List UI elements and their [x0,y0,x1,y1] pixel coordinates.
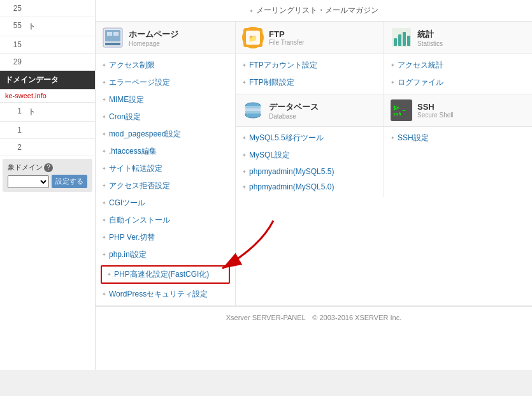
ftp-item-restrict[interactable]: ✦FTP制限設定 [236,74,384,91]
homepage-item-cgi[interactable]: ✦CGIツール [96,194,235,212]
footer-text: Xserver SERVER-PANEL © 2003-2016 XSERVER… [226,314,401,321]
db-item-settings[interactable]: ✦MySQL設定 [236,147,384,164]
bullet: ✦ [242,152,247,158]
sidebar-num-2: 55 [0,17,25,36]
bullet: ✦ [391,135,395,141]
bullet: ✦ [242,169,247,175]
sidebar-row-5: 1 ト [0,103,95,122]
ssh-subtitle: Secure Shell [417,112,454,119]
sidebar-label-5: ト [25,103,95,121]
addon-domain-text: 象ドメイン [8,163,43,172]
homepage-item-phpini[interactable]: ✦php.ini設定 [96,246,235,263]
homepage-category: ホームページ Homepage ✦アクセス制限 ✦エラーページ設定 ✦MIME設… [96,22,236,305]
add-domain-label: 象ドメイン ? [8,163,87,172]
homepage-item-cron[interactable]: ✦Cron設定 [96,108,235,126]
homepage-title: ホームページ [129,29,178,40]
database-items: ✦MySQL5.5移行ツール ✦MySQL設定 ✦phpmyadmin(MySQ… [236,127,384,197]
ftp-subtitle: File Transfer [269,39,305,46]
svg-rect-2 [105,43,120,45]
bullet: ✦ [102,149,106,154]
svg-rect-13 [407,36,410,46]
ssh-category: $> _ ssh SSH Secure Shell ✦SSH設定 [384,94,532,197]
ssh-title-group: SSH Secure Shell [417,102,454,119]
ftp-icon: 📁 [242,27,264,48]
homepage-subtitle: Homepage [129,40,178,47]
homepage-header: ホームページ Homepage [96,22,235,54]
homepage-item-phpver[interactable]: ✦PHP Ver.切替 [96,229,235,246]
domain-select[interactable] [8,175,49,188]
bullet: ✦ [102,97,106,103]
ssh-title: SSH [417,102,454,112]
homepage-item-htaccess[interactable]: ✦.htaccess編集 [96,143,235,160]
homepage-items: ✦アクセス制限 ✦エラーページ設定 ✦MIME設定 ✦Cron設定 ✦mod_p… [96,54,235,305]
stats-items: ✦アクセス統計 ✦ログファイル [384,54,532,94]
sidebar-num-6: 1 [0,122,25,138]
sidebar-row-3: 15 [0,36,95,54]
bullet: ✦ [107,272,111,277]
sidebar-row-1: 25 [0,0,95,17]
ftp-title-group: FTP File Transfer [269,29,305,46]
stats-category: 統計 Statistics ✦アクセス統計 ✦ログファイル [384,22,532,94]
top-bullet: ✦ [249,8,254,14]
ftp-title: FTP [269,29,305,39]
svg-rect-11 [398,34,401,46]
set-domain-button[interactable]: 設定する [52,175,87,188]
svg-text:$> _: $> _ [393,105,405,111]
bullet: ✦ [102,291,106,297]
sidebar-row-2: 55 ト [0,17,95,36]
ftp-items: ✦FTPアカウント設定 ✦FTP制限設定 [236,54,384,94]
footer: Xserver SERVER-PANEL © 2003-2016 XSERVER… [96,306,532,329]
homepage-item-fastcgi[interactable]: ✦ PHP高速化設定(FastCGI化) [101,265,230,284]
sidebar-num-4: 29 [0,54,25,70]
svg-rect-4 [113,32,119,36]
database-icon [242,99,264,121]
stats-title-group: 統計 Statistics [417,29,443,47]
db-item-migrate[interactable]: ✦MySQL5.5移行ツール [236,129,384,147]
bullet: ✦ [102,235,106,240]
svg-text:ssh: ssh [393,112,401,117]
top-message-row: ✦ メーリングリスト・メールマガジン [96,0,532,22]
stats-item-access[interactable]: ✦アクセス統計 [384,57,532,74]
ftp-header: 📁 FTP File Transfer [236,22,384,54]
ssh-icon: $> _ ssh [391,99,412,121]
homepage-item-pagespeed[interactable]: ✦mod_pagespeed設定 [96,126,235,143]
ssh-item-settings[interactable]: ✦SSH設定 [384,129,532,147]
bullet: ✦ [391,80,395,85]
database-subtitle: Database [269,113,319,120]
highlighted-area: ✦ PHP高速化設定(FastCGI化) [96,265,235,284]
stats-icon [391,27,412,48]
sidebar: 25 55 ト 15 29 ドメインデータ ke-sweet.info 1 ト … [0,0,96,370]
homepage-item-wordpress[interactable]: ✦WordPressセキュリティ設定 [96,286,235,303]
homepage-item-access[interactable]: ✦アクセス制限 [96,57,235,74]
database-header: データベース Database [236,94,384,127]
sidebar-row-7: 2 [0,139,95,156]
bullet: ✦ [102,80,106,85]
svg-text:📁: 📁 [248,34,257,43]
svg-rect-18 [245,111,261,114]
svg-rect-17 [245,108,261,111]
homepage-item-deny[interactable]: ✦アクセス拒否設定 [96,177,235,194]
homepage-item-redirect[interactable]: ✦サイト転送設定 [96,160,235,177]
db-item-phpmyadmin55[interactable]: ✦phpmyadmin(MySQL5.5) [236,164,384,179]
stats-item-log[interactable]: ✦ログファイル [384,74,532,91]
right-columns: 📁 FTP File Transfer ✦FTPアカウント設定 ✦FTP制限設定 [236,22,532,305]
svg-rect-12 [403,32,406,46]
ftp-item-account[interactable]: ✦FTPアカウント設定 [236,57,384,74]
homepage-item-mime[interactable]: ✦MIME設定 [96,91,235,108]
homepage-item-autoinstall[interactable]: ✦自動インストール [96,212,235,229]
sidebar-row-4: 29 [0,54,95,71]
stats-subtitle: Statistics [417,40,443,47]
ftp-stats-row: 📁 FTP File Transfer ✦FTPアカウント設定 ✦FTP制限設定 [236,22,532,94]
sidebar-num-7: 2 [0,139,25,156]
bullet: ✦ [242,62,247,68]
add-domain-box: 象ドメイン ? 設定する [3,159,92,192]
bullet: ✦ [102,131,106,137]
homepage-item-error[interactable]: ✦エラーページ設定 [96,74,235,91]
ftp-category: 📁 FTP File Transfer ✦FTPアカウント設定 ✦FTP制限設定 [236,22,384,94]
top-message-text[interactable]: メーリングリスト・メールマガジン [256,6,378,15]
svg-rect-3 [107,32,112,36]
domain-header: ドメインデータ [0,71,95,89]
bullet: ✦ [102,166,106,172]
question-icon[interactable]: ? [44,163,53,172]
db-item-phpmyadmin50[interactable]: ✦phpmyadmin(MySQL5.0) [236,179,384,194]
